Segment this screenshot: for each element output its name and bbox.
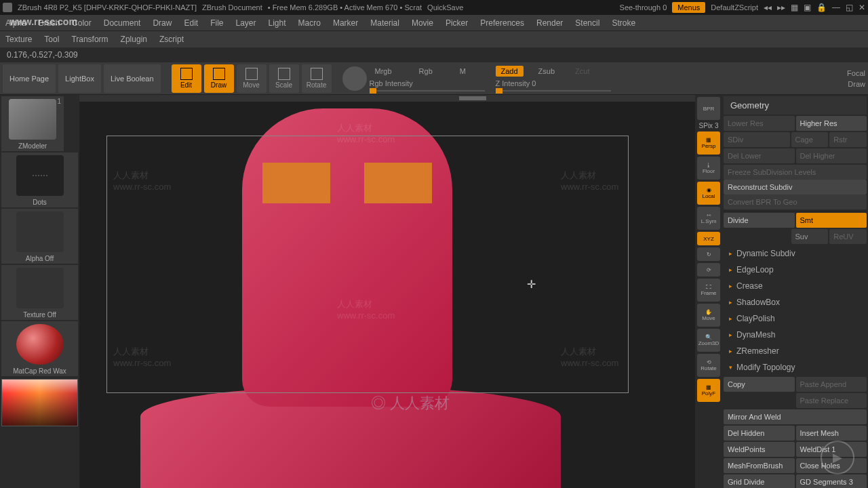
modify-topology-section[interactable]: Modify Topology xyxy=(724,359,867,375)
menu-edit[interactable]: Edit xyxy=(184,18,198,28)
live-boolean-button[interactable]: Live Boolean xyxy=(104,64,161,93)
grid-divide-button[interactable]: Grid Divide xyxy=(724,474,795,488)
menu-layer[interactable]: Layer xyxy=(236,18,256,28)
dynamesh-section[interactable]: DynaMesh xyxy=(724,327,867,343)
menu-material[interactable]: Material xyxy=(370,18,399,28)
menu-preferences[interactable]: Preferences xyxy=(480,18,524,28)
paste-append-button[interactable]: Paste Append xyxy=(796,377,867,392)
brush-swatch[interactable]: 1 ZModeler xyxy=(1,96,64,151)
close-icon[interactable]: ✕ xyxy=(859,3,865,12)
stroke-swatch[interactable]: ⋯⋯ Dots xyxy=(1,152,78,207)
del-lower-button[interactable]: Del Lower xyxy=(724,148,795,163)
menu-tool[interactable]: Tool xyxy=(44,35,59,44)
menu-picker[interactable]: Picker xyxy=(446,18,468,28)
persp-button[interactable]: ▦Persp xyxy=(697,131,720,155)
minimize-icon[interactable]: — xyxy=(832,3,840,12)
edit-mode-button[interactable]: Edit xyxy=(172,64,201,93)
menu-stroke[interactable]: Stroke xyxy=(612,18,635,28)
zsub-button[interactable]: Zsub xyxy=(533,66,560,77)
menu-file[interactable]: File xyxy=(210,18,223,28)
copy-button[interactable]: Copy xyxy=(724,377,795,392)
mirror-weld-button[interactable]: Mirror And Weld xyxy=(724,409,867,424)
rgb-button[interactable]: Rgb xyxy=(414,66,438,77)
move-view-button[interactable]: ✋Move xyxy=(697,304,720,327)
polyf-button[interactable]: ▦PolyF xyxy=(697,379,720,402)
local-button[interactable]: ◉Local xyxy=(697,182,720,205)
menu-transform[interactable]: Transform xyxy=(71,35,108,44)
gd-segments-slider[interactable]: GD Segments 3 xyxy=(796,474,867,488)
texture-swatch[interactable]: Texture Off xyxy=(1,265,78,320)
lsym-button[interactable]: ⇿L.Sym xyxy=(697,207,720,230)
insert-mesh-button[interactable]: Insert Mesh xyxy=(796,426,867,441)
freeze-subdiv-button[interactable]: Freeze SubDivision Levels xyxy=(724,165,867,180)
menu-zplugin[interactable]: Zplugin xyxy=(121,35,147,44)
home-button[interactable]: Home Page xyxy=(3,64,56,93)
alpha-swatch[interactable]: Alpha Off xyxy=(1,209,78,264)
zadd-button[interactable]: Zadd xyxy=(496,66,524,77)
smt-button[interactable]: Smt xyxy=(796,213,867,228)
rgb-intensity-label[interactable]: Rgb Intensity xyxy=(370,79,485,87)
del-higher-button[interactable]: Del Higher xyxy=(796,148,867,163)
gyro-icon[interactable] xyxy=(342,66,367,91)
draw-label[interactable]: Draw xyxy=(848,80,865,88)
menu-render[interactable]: Render xyxy=(536,18,563,28)
mrgb-button[interactable]: Mrgb xyxy=(370,66,397,77)
rotate-view-button[interactable]: ⟲Rotate xyxy=(697,354,720,377)
menu-movie[interactable]: Movie xyxy=(412,18,433,28)
paste-replace-button[interactable]: Paste Replace xyxy=(796,393,867,408)
del-hidden-button[interactable]: Del Hidden xyxy=(724,426,795,441)
quicksave-button[interactable]: QuickSave xyxy=(427,3,463,12)
menu-draw[interactable]: Draw xyxy=(153,18,172,28)
edgeloop-section[interactable]: EdgeLoop xyxy=(724,262,867,278)
bpr-button[interactable]: BPR xyxy=(697,97,720,120)
rgb-intensity-slider[interactable] xyxy=(370,90,485,92)
zcut-button[interactable]: Zcut xyxy=(570,66,595,77)
claypolish-section[interactable]: ClayPolish xyxy=(724,310,867,327)
suv-button[interactable]: Suv xyxy=(791,229,829,244)
default-zscript[interactable]: DefaultZScript xyxy=(711,3,758,12)
geometry-header[interactable]: Geometry xyxy=(724,96,867,115)
nav-next-icon[interactable]: ▸▸ xyxy=(777,3,785,12)
cage-button[interactable]: Cage xyxy=(791,132,829,147)
sdiv-slider[interactable]: SDiv xyxy=(724,132,790,147)
color-picker[interactable] xyxy=(1,379,78,426)
menus-button[interactable]: Menus xyxy=(672,2,705,13)
z-intensity-slider[interactable] xyxy=(496,90,611,92)
menu-zscript[interactable]: Zscript xyxy=(159,35,184,44)
z-intensity-label[interactable]: Z Intensity 0 xyxy=(496,79,611,87)
material-swatch[interactable]: MatCap Red Wax xyxy=(1,321,78,376)
menu-light[interactable]: Light xyxy=(269,18,286,28)
canvas-scrollbar[interactable] xyxy=(79,95,695,102)
rotate-mode-button[interactable]: Rotate xyxy=(302,64,332,93)
menu-document[interactable]: Document xyxy=(104,18,141,28)
maximize-icon[interactable]: ◱ xyxy=(846,3,853,12)
refresh-icon[interactable]: ⟳ xyxy=(697,263,720,277)
viewport[interactable]: ✛ 人人素材www.rr-sc.com 人人素材www.rr-sc.com 人人… xyxy=(79,95,695,488)
convert-bpr-button[interactable]: Convert BPR To Geo xyxy=(724,195,867,209)
zoom3d-button[interactable]: 🔍Zoom3D xyxy=(697,329,720,352)
higher-res-button[interactable]: Higher Res xyxy=(796,116,867,131)
dock-icon[interactable]: ▣ xyxy=(804,3,811,12)
mesh-from-brush-button[interactable]: MeshFromBrush xyxy=(724,458,795,473)
shadowbox-section[interactable]: ShadowBox xyxy=(724,294,867,310)
draw-mode-button[interactable]: Draw xyxy=(204,64,234,93)
lock-icon[interactable]: 🔒 xyxy=(816,3,827,12)
menu-stencil[interactable]: Stencil xyxy=(575,18,599,28)
focal-label[interactable]: Focal xyxy=(847,69,865,77)
seethrough-slider[interactable]: See-through 0 xyxy=(620,3,667,12)
crease-section[interactable]: Crease xyxy=(724,278,867,294)
xyz-button[interactable]: XYZ xyxy=(697,232,720,245)
move-mode-button[interactable]: Move xyxy=(237,64,267,93)
reuv-button[interactable]: ReUV xyxy=(829,229,867,244)
weldpoints-button[interactable]: WeldPoints xyxy=(724,442,795,457)
lower-res-button[interactable]: Lower Res xyxy=(724,116,795,131)
menu-marker[interactable]: Marker xyxy=(333,18,358,28)
play-overlay-icon[interactable]: ▶ xyxy=(821,441,854,474)
dynamic-subdiv-section[interactable]: Dynamic Subdiv xyxy=(724,245,867,262)
frame-button[interactable]: ⛶Frame xyxy=(697,279,720,302)
spix-label[interactable]: SPix 3 xyxy=(699,122,719,129)
m-button[interactable]: M xyxy=(454,66,471,77)
lightbox-button[interactable]: LightBox xyxy=(58,64,101,93)
rotate-axis-icon[interactable]: ↻ xyxy=(697,247,720,261)
rstr-button[interactable]: Rstr xyxy=(829,132,867,147)
